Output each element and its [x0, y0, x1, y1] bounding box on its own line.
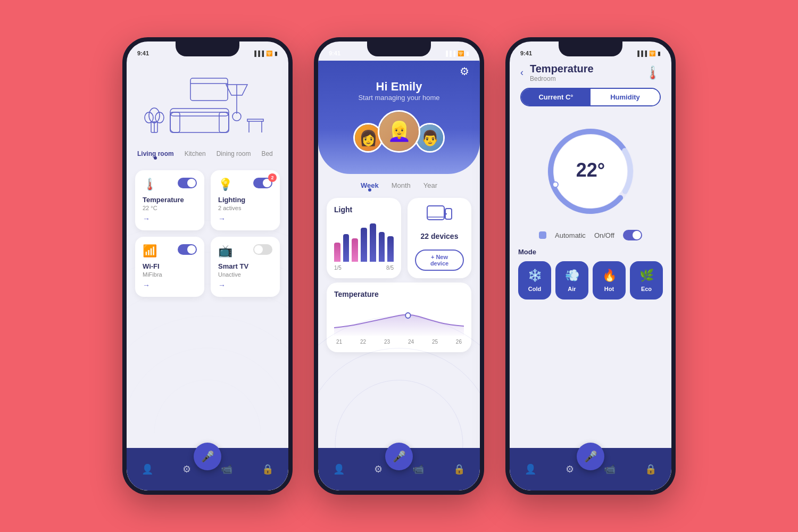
- nav-profile-icon[interactable]: 👤: [142, 463, 153, 475]
- seg-tab-humidity[interactable]: Humidity: [591, 89, 660, 105]
- svg-point-2: [127, 316, 288, 433]
- greeting-title: Hi Emily: [329, 80, 469, 94]
- lighting-name: Lighting: [218, 196, 272, 204]
- room-tabs[interactable]: Living room Kitchen Dining room Bed: [127, 146, 288, 164]
- avatar-row: 👩 👱‍♀️ 👨: [329, 110, 469, 153]
- smarttv-icon: 📺: [218, 244, 232, 258]
- phone3-nav-lock-icon[interactable]: 🔒: [645, 463, 656, 475]
- wifi-device-icon: 📶: [143, 244, 157, 258]
- smarttv-name: Smart TV: [218, 262, 272, 270]
- air-icon: 💨: [565, 269, 579, 282]
- page-subtitle: Bedroom: [530, 75, 638, 82]
- room-tab-kitchen[interactable]: Kitchen: [185, 150, 206, 157]
- svg-point-23: [335, 380, 463, 448]
- phone3-nav-mic-button[interactable]: 🎤: [577, 443, 604, 470]
- room-tab-dining[interactable]: Dining room: [217, 150, 251, 157]
- smarttv-arrow[interactable]: →: [218, 281, 272, 289]
- settings-icon[interactable]: ⚙: [460, 65, 469, 78]
- wifi-icon: 🛜: [266, 51, 272, 56]
- phone-2-body: Week Month Year Light 1/5 8/5: [318, 174, 480, 448]
- mode-label: Mode: [518, 248, 663, 256]
- seg-tab-current[interactable]: Current C°: [521, 89, 591, 105]
- phone-1-notch: [176, 41, 239, 56]
- phone3-nav-profile-icon[interactable]: 👤: [525, 463, 536, 475]
- phone-2-header: ⚙ Hi Emily Start managing your home 👩 👱‍…: [318, 61, 480, 174]
- device-grid: 🌡️ Temperature 22 °C → 💡 2 Lighting 2 ac…: [127, 164, 288, 303]
- phone3-nav-settings-icon[interactable]: ⚙: [566, 463, 574, 475]
- phone3-signal-icon: ▐▐▐: [636, 51, 647, 56]
- mode-eco[interactable]: 🌿 Eco: [630, 261, 663, 300]
- lighting-status: 2 actives: [218, 205, 272, 211]
- svg-text:22°: 22°: [576, 159, 605, 181]
- phone2-battery-icon: ▮: [466, 51, 469, 56]
- phone-3-status-icons: ▐▐▐ 🛜 ▮: [636, 51, 661, 56]
- temp-gauge: 22°: [510, 113, 671, 230]
- signal-icon: ▐▐▐: [253, 51, 264, 56]
- auto-row: Automatic On/Off: [510, 230, 671, 248]
- period-tab-week[interactable]: Week: [361, 181, 379, 189]
- svg-point-24: [318, 348, 480, 448]
- nav-lock-icon[interactable]: 🔒: [262, 463, 273, 475]
- svg-rect-20: [247, 119, 263, 121]
- wifi-toggle[interactable]: [178, 244, 197, 255]
- temperature-icon: 🌡️: [143, 178, 157, 192]
- phone3-nav-camera-icon[interactable]: 📹: [604, 463, 616, 475]
- greeting-subtitle: Start managing your home: [329, 94, 469, 102]
- battery-icon: ▮: [275, 51, 278, 56]
- device-card-temperature[interactable]: 🌡️ Temperature 22 °C →: [135, 170, 204, 230]
- svg-point-34: [553, 182, 558, 187]
- mode-buttons: ❄️ Cold 💨 Air 🔥 Hot 🌿 Eco: [518, 261, 663, 300]
- avatar-center[interactable]: 👱‍♀️: [378, 110, 420, 153]
- phone-1-status-icons: ▐▐▐ 🛜 ▮: [253, 51, 278, 56]
- nav-settings-icon[interactable]: ⚙: [182, 463, 191, 475]
- onoff-label: On/Off: [594, 231, 614, 239]
- phone2-signal-icon: ▐▐▐: [444, 51, 455, 56]
- room-tab-living[interactable]: Living room: [137, 150, 174, 157]
- segment-tabs[interactable]: Current C° Humidity: [520, 88, 661, 106]
- smarttv-status: Unactive: [218, 271, 272, 278]
- mode-air[interactable]: 💨 Air: [555, 261, 588, 300]
- wifi-name: Wi-FI: [143, 262, 197, 270]
- back-button[interactable]: ‹: [520, 67, 523, 78]
- mode-hot[interactable]: 🔥 Hot: [593, 261, 626, 300]
- phone2-nav-camera-icon[interactable]: 📹: [412, 463, 424, 475]
- phone2-wifi-icon: 🛜: [458, 51, 464, 56]
- phone2-nav-lock-icon[interactable]: 🔒: [453, 463, 465, 475]
- mode-cold[interactable]: ❄️ Cold: [518, 261, 551, 300]
- phone-3-time: 9:41: [520, 50, 532, 56]
- nav-mic-button[interactable]: 🎤: [194, 443, 221, 470]
- phone-1: 9:41 ▐▐▐ 🛜 ▮: [122, 37, 293, 495]
- phone-1-bottom-nav: 👤 ⚙ 🎤 📹 🔒: [127, 448, 288, 491]
- svg-rect-11: [170, 112, 229, 132]
- phone-2-notch: [367, 41, 431, 56]
- device-card-lighting[interactable]: 💡 2 Lighting 2 actives →: [211, 170, 280, 230]
- phone-1-time: 9:41: [137, 50, 149, 56]
- phone-2-time: 9:41: [329, 50, 340, 56]
- auto-indicator: [539, 231, 546, 239]
- lighting-arrow[interactable]: →: [218, 214, 272, 223]
- temp-chart: [334, 304, 464, 336]
- phone2-nav-profile-icon[interactable]: 👤: [333, 463, 345, 475]
- auto-label: Automatic: [555, 231, 586, 239]
- phone3-battery-icon: ▮: [658, 51, 661, 56]
- temperature-toggle[interactable]: [178, 178, 197, 188]
- phone2-nav-settings-icon[interactable]: ⚙: [374, 463, 383, 475]
- temperature-arrow[interactable]: →: [143, 214, 197, 223]
- thermometer-icon: 🌡️: [645, 65, 661, 80]
- onoff-toggle[interactable]: [623, 230, 642, 240]
- nav-camera-icon[interactable]: 📹: [221, 463, 232, 475]
- svg-point-1: [127, 348, 288, 433]
- cold-label: Cold: [528, 286, 541, 292]
- room-tab-bed[interactable]: Bed: [261, 150, 272, 157]
- phone2-nav-mic-button[interactable]: 🎤: [385, 443, 413, 470]
- eco-label: Eco: [641, 286, 652, 292]
- phone-3-bottom-nav: 👤 ⚙ 🎤 📹 🔒: [510, 448, 671, 491]
- device-card-wifi[interactable]: 📶 Wi-FI MiFibra →: [135, 237, 204, 297]
- hot-label: Hot: [604, 286, 614, 292]
- temperature-name: Temperature: [143, 196, 197, 204]
- device-card-smarttv[interactable]: 📺 Smart TV Unactive →: [211, 237, 280, 297]
- temperature-status: 22 °C: [143, 205, 197, 211]
- smarttv-toggle[interactable]: [253, 244, 272, 255]
- phone3-wifi-icon: 🛜: [649, 51, 655, 56]
- wifi-arrow[interactable]: →: [143, 281, 197, 289]
